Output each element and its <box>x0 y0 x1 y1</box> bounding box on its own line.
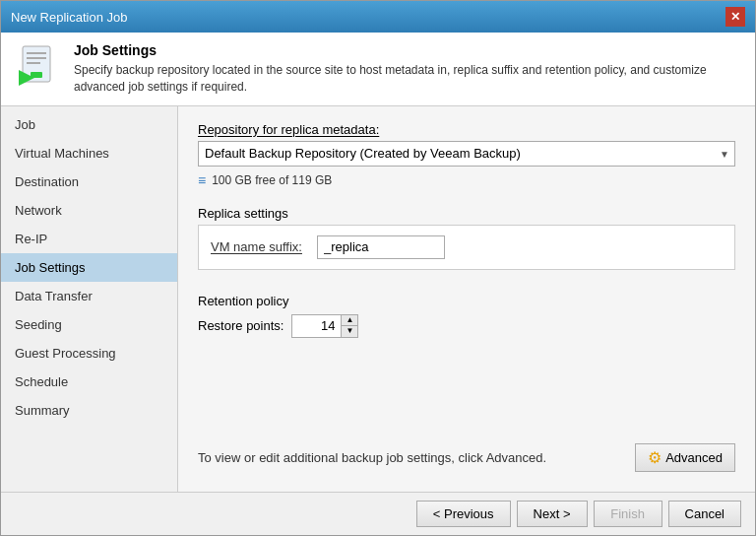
sidebar-item-job[interactable]: Job <box>1 110 177 139</box>
header-section: Job Settings Specify backup repository l… <box>1 33 755 106</box>
sidebar-item-seeding[interactable]: Seeding <box>1 310 177 339</box>
cancel-button[interactable]: Cancel <box>668 501 741 527</box>
restore-points-field: Restore points: ▲ ▼ <box>198 314 735 338</box>
sidebar-item-schedule[interactable]: Schedule <box>1 368 177 396</box>
next-button[interactable]: Next > <box>517 501 588 527</box>
footer: < Previous Next > Finish Cancel <box>1 492 755 535</box>
gear-icon: ⚙ <box>648 448 662 467</box>
svg-rect-2 <box>27 57 46 59</box>
vm-name-suffix-input[interactable] <box>317 235 445 259</box>
header-title: Job Settings <box>74 42 741 58</box>
header-description: Specify backup repository located in the… <box>74 62 741 96</box>
repository-dropdown-container: Default Backup Repository (Created by Ve… <box>198 141 735 167</box>
restore-points-input[interactable] <box>291 314 341 338</box>
dialog-title: New Replication Job <box>11 10 128 25</box>
storage-info: ≡ 100 GB free of 119 GB <box>198 172 735 188</box>
spinner-down-button[interactable]: ▼ <box>342 326 357 337</box>
previous-button[interactable]: < Previous <box>416 501 511 527</box>
finish-button[interactable]: Finish <box>594 501 662 527</box>
sidebar-item-destination[interactable]: Destination <box>1 168 177 196</box>
sidebar-item-guest-processing[interactable]: Guest Processing <box>1 339 177 368</box>
svg-rect-3 <box>27 62 40 64</box>
advanced-note-text: To view or edit additional backup job se… <box>198 450 546 465</box>
spinner-buttons: ▲ ▼ <box>341 314 358 338</box>
repository-dropdown[interactable]: Default Backup Repository (Created by Ve… <box>198 141 735 167</box>
close-button[interactable]: ✕ <box>725 7 745 27</box>
replica-settings-group: Replica settings VM name suffix: <box>198 200 735 270</box>
repository-group: Repository for replica metadata: Default… <box>198 122 735 188</box>
svg-rect-1 <box>27 52 46 54</box>
replica-settings-box: VM name suffix: <box>198 225 735 270</box>
sidebar-item-data-transfer[interactable]: Data Transfer <box>1 282 177 310</box>
new-replication-job-dialog: New Replication Job ✕ Job Settings Speci… <box>0 0 756 536</box>
spinner-up-button[interactable]: ▲ <box>342 315 357 326</box>
retention-header: Retention policy <box>198 294 735 308</box>
restore-points-label: Restore points: <box>198 318 284 333</box>
sidebar-item-summary[interactable]: Summary <box>1 396 177 425</box>
content-area: Job Virtual Machines Destination Network… <box>1 106 755 492</box>
job-settings-icon <box>15 42 62 90</box>
restore-points-spinner: ▲ ▼ <box>291 314 358 338</box>
sidebar-item-network[interactable]: Network <box>1 196 177 225</box>
advanced-button-label: Advanced <box>665 450 723 465</box>
title-bar: New Replication Job ✕ <box>1 1 755 33</box>
sidebar-item-re-ip[interactable]: Re-IP <box>1 225 177 253</box>
vm-name-suffix-field: VM name suffix: <box>211 235 723 259</box>
svg-rect-5 <box>31 72 42 78</box>
header-text: Job Settings Specify backup repository l… <box>74 42 741 96</box>
advanced-note-section: To view or edit additional backup job se… <box>198 434 735 476</box>
main-panel: Repository for replica metadata: Default… <box>178 106 755 492</box>
repository-label: Repository for replica metadata: <box>198 122 735 137</box>
sidebar-item-virtual-machines[interactable]: Virtual Machines <box>1 139 177 168</box>
advanced-button[interactable]: ⚙ Advanced <box>635 443 735 472</box>
storage-icon: ≡ <box>198 172 206 188</box>
storage-text: 100 GB free of 119 GB <box>212 173 332 187</box>
sidebar: Job Virtual Machines Destination Network… <box>1 106 178 492</box>
vm-name-suffix-label: VM name suffix: <box>211 239 309 254</box>
retention-section: Retention policy Restore points: ▲ ▼ <box>198 288 735 338</box>
sidebar-item-job-settings[interactable]: Job Settings <box>1 253 177 282</box>
replica-settings-header: Replica settings <box>198 206 735 221</box>
